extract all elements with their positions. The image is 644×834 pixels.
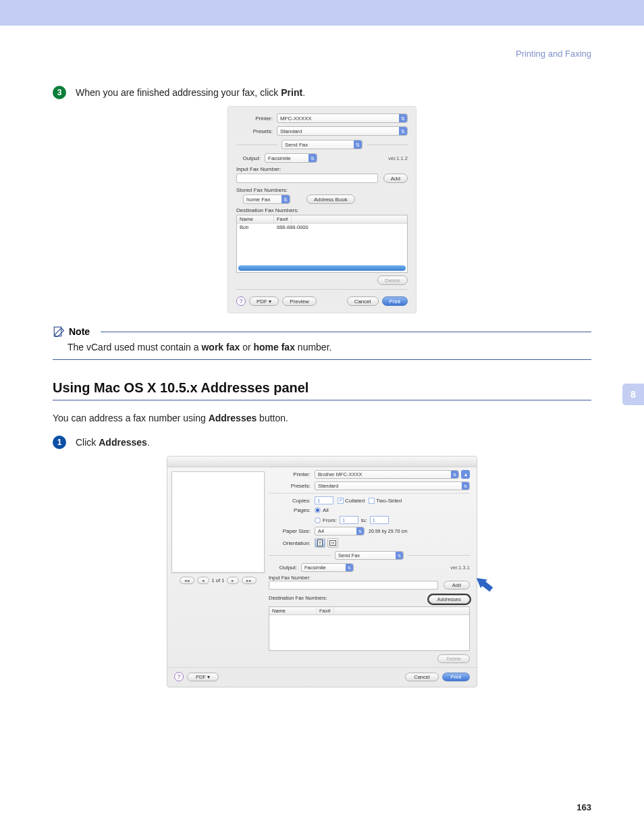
row-fax: 888-888-0000 — [274, 224, 311, 231]
presets-label: Presets: — [269, 483, 315, 489]
col-fax: Fax# — [317, 607, 334, 615]
col-fax: Fax# — [274, 215, 292, 223]
papersize-select[interactable]: A4⇅ — [315, 527, 365, 536]
printer-select[interactable]: Brother MFC-XXXX⇅ — [315, 470, 459, 479]
add-button[interactable]: Add — [444, 581, 470, 590]
note-homefax: home fax — [253, 342, 294, 353]
addresses-button[interactable]: Addresses — [429, 595, 470, 604]
step-1-period: . — [147, 437, 150, 448]
presets-select[interactable]: Standard⇅ — [315, 481, 470, 490]
step-3-badge: 3 — [53, 86, 66, 99]
twosided-label: Two-Sided — [376, 498, 402, 504]
orientation-landscape[interactable] — [327, 538, 338, 548]
section-para-end: button. — [257, 413, 288, 423]
pdf-button[interactable]: PDF ▾ — [249, 296, 279, 306]
delete-button[interactable]: Delete — [437, 654, 470, 663]
chevron-updown-icon: ⇅ — [451, 471, 458, 478]
top-banner — [0, 0, 644, 28]
stored-fax-select[interactable]: home Fax⇅ — [243, 194, 290, 204]
note-icon — [53, 325, 65, 338]
step-1: 1 Click Addresses. — [53, 436, 591, 449]
step-1-text: Click — [76, 437, 99, 448]
collated-checkbox[interactable]: ✓ — [338, 498, 344, 504]
breadcrumb: Printing and Faxing — [53, 49, 591, 59]
panel-select[interactable]: Send Fax⇅ — [281, 140, 363, 149]
cancel-button[interactable]: Cancel — [347, 296, 379, 306]
step-3-print-word: Print — [281, 87, 302, 98]
pager-text: 1 of 1 — [212, 577, 225, 583]
chevron-updown-icon: ⇅ — [308, 154, 317, 162]
section-para-addresses: Addresses — [209, 413, 257, 423]
chevron-updown-icon: ⇅ — [346, 564, 353, 571]
address-book-button[interactable]: Address Book — [306, 194, 355, 204]
scrollbar[interactable] — [238, 265, 406, 271]
pager-first[interactable]: ◂◂ — [180, 577, 194, 584]
presets-select[interactable]: Standard⇅ — [277, 126, 408, 136]
note-workfax: work fax — [201, 342, 240, 353]
table-row[interactable]: Bob 888-888-0000 — [237, 224, 407, 231]
window-titlebar — [167, 457, 477, 467]
panel-value: Send Fax — [285, 142, 308, 148]
print-button[interactable]: Print — [442, 673, 470, 681]
step-3: 3 When you are finished addressing your … — [53, 86, 591, 99]
note-title: Note — [69, 326, 90, 337]
stored-fax-label: Stored Fax Numbers: — [236, 187, 408, 193]
pager-next[interactable]: ▸ — [227, 577, 239, 584]
pages-label: Pages: — [269, 507, 315, 513]
orientation-portrait[interactable] — [315, 538, 325, 548]
collapse-icon[interactable]: ▴ — [461, 470, 470, 479]
pages-to-input[interactable] — [370, 516, 389, 524]
preview-button[interactable]: Preview — [282, 296, 316, 306]
papersize-value: A4 — [318, 528, 324, 534]
input-fax-label: Input Fax Number: — [236, 166, 408, 172]
pager-prev[interactable]: ◂ — [197, 577, 209, 584]
panel-value: Send Fax — [338, 552, 360, 558]
dest-fax-label: Destination Fax Numbers: — [236, 207, 408, 213]
twosided-checkbox[interactable] — [369, 498, 375, 504]
orientation-label: Orientation: — [269, 540, 315, 546]
stored-fax-value: home Fax — [246, 197, 271, 203]
print-dialog-1: Printer: MFC-XXXXX⇅ Presets: Standard⇅ S… — [227, 106, 417, 313]
printer-label: Printer: — [269, 471, 315, 477]
chapter-tab: 8 — [622, 384, 644, 405]
presets-value: Standard — [318, 483, 338, 489]
output-select[interactable]: Facsimile⇅ — [301, 563, 354, 572]
pages-from-radio[interactable] — [315, 517, 321, 523]
printer-value: MFC-XXXXX — [280, 115, 312, 122]
pdf-button[interactable]: PDF ▾ — [187, 673, 219, 681]
input-fax-field[interactable] — [236, 174, 378, 183]
input-fax-label: Input Fax Number: — [269, 575, 470, 581]
chevron-updown-icon: ⇅ — [354, 140, 362, 149]
delete-button[interactable]: Delete — [377, 276, 408, 285]
output-value: Facsimile — [268, 155, 291, 161]
dest-fax-table[interactable]: Name Fax# Bob 888-888-0000 — [236, 215, 408, 273]
add-button[interactable]: Add — [383, 174, 408, 183]
version-label: ver.1.3.1 — [450, 565, 470, 571]
panel-select[interactable]: Send Fax⇅ — [335, 551, 404, 560]
pager-last[interactable]: ▸▸ — [242, 577, 257, 584]
presets-label: Presets: — [236, 128, 277, 134]
copies-input[interactable] — [315, 496, 333, 504]
col-name: Name — [269, 607, 317, 615]
dest-fax-label: Destination Fax Numbers: — [269, 595, 327, 601]
help-icon[interactable]: ? — [174, 672, 184, 681]
svg-marker-3 — [473, 574, 495, 594]
preview-pane — [171, 471, 265, 573]
copies-label: Copies: — [269, 498, 315, 504]
pages-from-input[interactable] — [340, 516, 358, 524]
printer-label: Printer: — [236, 115, 277, 122]
output-select[interactable]: Facsimile⇅ — [265, 153, 317, 163]
note-text: The vCard used must contain a — [68, 342, 201, 353]
dest-fax-table[interactable]: Name Fax# — [269, 606, 470, 651]
input-fax-field[interactable] — [269, 581, 438, 590]
step-1-addresses: Addresses — [99, 437, 147, 448]
section-para: You can address a fax number using — [53, 413, 209, 423]
print-dialog-2: ◂◂ ◂ 1 of 1 ▸ ▸▸ Printer: Brother MFC-XX… — [167, 456, 477, 687]
papersize-dim: 20.99 by 29.70 cm — [369, 529, 408, 533]
pages-all-radio[interactable] — [315, 507, 321, 513]
printer-select[interactable]: MFC-XXXXX⇅ — [277, 113, 408, 123]
cancel-button[interactable]: Cancel — [405, 673, 438, 681]
help-icon[interactable]: ? — [236, 296, 246, 306]
section-heading: Using Mac OS X 10.5.x Addresses panel — [53, 380, 591, 396]
print-button[interactable]: Print — [382, 296, 408, 306]
